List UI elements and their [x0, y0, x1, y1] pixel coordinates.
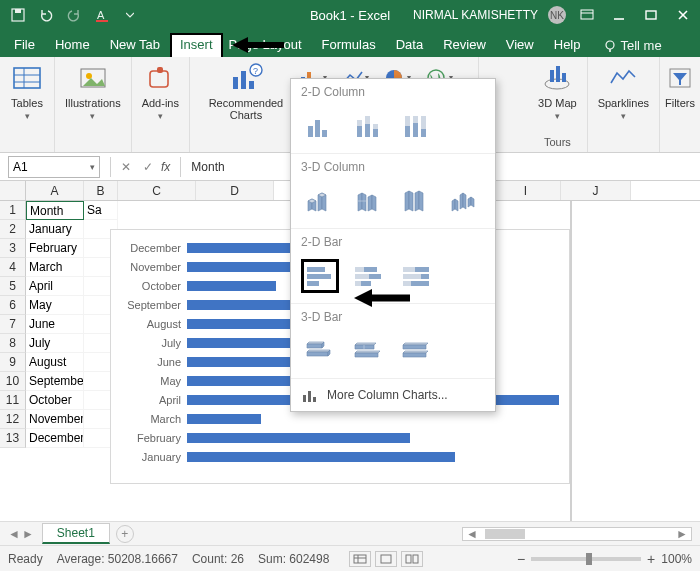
tab-insert[interactable]: Insert: [170, 33, 223, 57]
row-header[interactable]: 12: [0, 410, 26, 429]
cell[interactable]: December: [26, 429, 84, 448]
tables-button[interactable]: Tables ▾: [10, 61, 44, 121]
zoom-in-icon[interactable]: +: [647, 551, 655, 567]
col-header-J[interactable]: J: [561, 181, 631, 200]
font-color-icon[interactable]: A: [92, 5, 112, 25]
zoom-value[interactable]: 100%: [661, 552, 692, 566]
cell[interactable]: July: [26, 334, 84, 353]
cell[interactable]: January: [26, 220, 84, 239]
maximize-icon[interactable]: [640, 4, 662, 26]
sheet-tab-sheet1[interactable]: Sheet1: [42, 523, 110, 544]
sheet-nav-next-icon[interactable]: ►: [22, 527, 34, 541]
chart-option-3d-clustered-column[interactable]: [301, 184, 339, 218]
chart-option-3d-stacked-bar[interactable]: [349, 334, 387, 368]
chart-option-3d-column[interactable]: [445, 184, 483, 218]
zoom-slider[interactable]: [531, 557, 641, 561]
row-header[interactable]: 7: [0, 315, 26, 334]
undo-icon[interactable]: [36, 5, 56, 25]
tab-help[interactable]: Help: [544, 33, 591, 57]
tab-file[interactable]: File: [4, 33, 45, 57]
chart-option-clustered-bar[interactable]: [301, 259, 339, 293]
enter-formula-icon[interactable]: ✓: [137, 160, 159, 174]
illustrations-button[interactable]: Illustrations ▾: [65, 61, 121, 121]
chart-option-3d-stacked-column[interactable]: [349, 184, 387, 218]
row-header[interactable]: 8: [0, 334, 26, 353]
zoom-slider-thumb[interactable]: [586, 553, 592, 565]
sparklines-button[interactable]: Sparklines ▾: [598, 61, 649, 121]
cell[interactable]: May: [26, 296, 84, 315]
cell[interactable]: April: [26, 277, 84, 296]
tab-newtab[interactable]: New Tab: [100, 33, 170, 57]
fx-icon[interactable]: fx: [159, 160, 176, 174]
col-header-B[interactable]: B: [84, 181, 118, 200]
tab-home[interactable]: Home: [45, 33, 100, 57]
qat-dropdown-icon[interactable]: [120, 5, 140, 25]
horizontal-scrollbar[interactable]: ◄ ►: [462, 527, 692, 541]
tab-data[interactable]: Data: [386, 33, 433, 57]
cell[interactable]: Month: [26, 201, 84, 220]
chart-category-label: July: [115, 337, 187, 349]
chart-option-clustered-column[interactable]: [301, 109, 339, 143]
row-header[interactable]: 13: [0, 429, 26, 448]
chart-option-stacked-column[interactable]: [349, 109, 387, 143]
close-icon[interactable]: [672, 4, 694, 26]
cell[interactable]: March: [26, 258, 84, 277]
tab-review[interactable]: Review: [433, 33, 496, 57]
save-icon[interactable]: [8, 5, 28, 25]
chart-option-3d-clustered-bar[interactable]: [301, 334, 339, 368]
3d-map-button[interactable]: 3D Map ▾: [538, 61, 577, 121]
row-header[interactable]: 10: [0, 372, 26, 391]
row-header[interactable]: 5: [0, 277, 26, 296]
scroll-left-icon[interactable]: ◄: [463, 527, 481, 541]
ribbon-display-icon[interactable]: [576, 4, 598, 26]
svg-rect-61: [413, 116, 418, 123]
row-header[interactable]: 6: [0, 296, 26, 315]
tab-view[interactable]: View: [496, 33, 544, 57]
cell[interactable]: September: [26, 372, 84, 391]
view-page-break-icon[interactable]: [401, 551, 423, 567]
name-box[interactable]: A1 ▾: [8, 156, 100, 178]
svg-rect-53: [357, 120, 362, 126]
tab-formulas[interactable]: Formulas: [312, 33, 386, 57]
chevron-down-icon: ▾: [90, 111, 95, 121]
chart-option-3d-100stacked-bar[interactable]: [397, 334, 435, 368]
col-header-A[interactable]: A: [26, 181, 84, 200]
view-page-layout-icon[interactable]: [375, 551, 397, 567]
col-header-I[interactable]: I: [491, 181, 561, 200]
row-header[interactable]: 3: [0, 239, 26, 258]
row-header[interactable]: 11: [0, 391, 26, 410]
zoom-out-icon[interactable]: −: [517, 551, 525, 567]
redo-icon[interactable]: [64, 5, 84, 25]
cell[interactable]: February: [26, 239, 84, 258]
row-header[interactable]: 9: [0, 353, 26, 372]
cell[interactable]: June: [26, 315, 84, 334]
row-header[interactable]: 4: [0, 258, 26, 277]
addins-button[interactable]: Add-ins ▾: [142, 61, 179, 121]
chart-option-3d-100stacked-column[interactable]: [397, 184, 435, 218]
col-header-C[interactable]: C: [118, 181, 196, 200]
cell[interactable]: Sa: [84, 201, 118, 220]
tables-icon: [10, 61, 44, 95]
tell-me-search[interactable]: Tell me: [597, 34, 668, 57]
col-header-D[interactable]: D: [196, 181, 274, 200]
cell[interactable]: November: [26, 410, 84, 429]
sheet-nav-prev-icon[interactable]: ◄: [8, 527, 20, 541]
view-normal-icon[interactable]: [349, 551, 371, 567]
row-header[interactable]: 2: [0, 220, 26, 239]
cell[interactable]: October: [26, 391, 84, 410]
chart-option-100stacked-column[interactable]: [397, 109, 435, 143]
new-sheet-button[interactable]: +: [116, 525, 134, 543]
cell[interactable]: August: [26, 353, 84, 372]
scroll-right-icon[interactable]: ►: [673, 527, 691, 541]
sheet-nav[interactable]: ◄ ►: [0, 527, 42, 541]
formula-value[interactable]: Month: [185, 160, 224, 174]
row-header[interactable]: 1: [0, 201, 26, 220]
cancel-formula-icon[interactable]: ✕: [115, 160, 137, 174]
more-column-charts[interactable]: More Column Charts...: [291, 378, 495, 411]
scrollbar-thumb[interactable]: [485, 529, 525, 539]
select-all-corner[interactable]: [0, 181, 26, 200]
filters-button[interactable]: Filters: [663, 61, 697, 109]
user-avatar[interactable]: NK: [548, 6, 566, 24]
minimize-icon[interactable]: [608, 4, 630, 26]
recommended-charts-button[interactable]: ? Recommended Charts: [200, 61, 292, 121]
